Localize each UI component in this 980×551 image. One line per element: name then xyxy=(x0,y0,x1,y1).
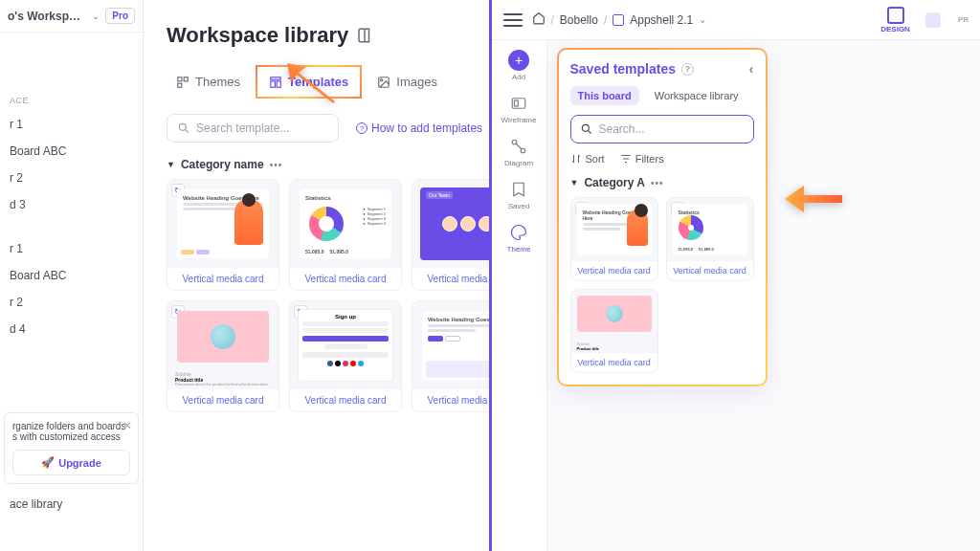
callout-arrow-icon xyxy=(785,182,842,224)
sort-label: Sort xyxy=(586,153,605,165)
card-label: Vertical media card xyxy=(571,353,657,372)
rail-wireframe[interactable]: Wireframe xyxy=(501,93,537,124)
nav-tree: ACE r 1 Board ABC r 2 d 3 r 1 Board ABC … xyxy=(0,33,143,342)
templates-icon xyxy=(269,76,282,89)
filter-icon xyxy=(620,153,632,165)
chevron-down-icon[interactable]: ⌄ xyxy=(699,14,706,25)
rail-saved[interactable]: Saved xyxy=(508,179,530,210)
svg-point-13 xyxy=(582,124,589,131)
card-label: Vertical media card xyxy=(290,389,401,411)
nav-item[interactable]: Board ABC xyxy=(0,138,143,165)
menu-icon[interactable] xyxy=(503,13,523,27)
breadcrumb-board[interactable]: Appshell 2.1 xyxy=(630,13,693,27)
wireframe-icon xyxy=(508,93,529,114)
nav-item[interactable]: r 2 xyxy=(0,289,143,316)
category-name: Category name xyxy=(181,158,264,171)
product-image xyxy=(177,311,269,363)
search-input[interactable]: Search template... xyxy=(167,114,339,143)
nav-item[interactable]: Board ABC xyxy=(0,262,143,289)
template-card[interactable]: Sign up Vertical media card xyxy=(289,300,402,412)
editor-topbar: / Bobello / Appshell 2.1 ⌄ DESIGN PR xyxy=(492,0,981,40)
search-placeholder: Search template... xyxy=(196,121,289,135)
design-icon xyxy=(887,7,904,24)
template-card[interactable]: Subtitle Product title Vertical media ca… xyxy=(570,289,658,373)
more-icon[interactable]: ••• xyxy=(270,160,283,170)
panel-search-input[interactable]: Search... xyxy=(570,115,754,143)
nav-section: ACE xyxy=(0,90,143,111)
upgrade-label: Upgrade xyxy=(58,457,101,469)
category-name: Category A xyxy=(584,176,645,189)
design-mode-button[interactable]: DESIGN xyxy=(880,7,910,33)
template-card[interactable]: Subtitle Product title Description about… xyxy=(167,300,279,412)
mini-title: Statistics xyxy=(305,195,386,201)
category-header[interactable]: ▼ Category name ••• xyxy=(167,158,489,171)
panel-title-text: Saved templates xyxy=(570,61,677,77)
rail-diagram[interactable]: Diagram xyxy=(504,136,533,167)
search-icon xyxy=(177,121,190,135)
back-icon[interactable]: ‹ xyxy=(749,61,754,77)
card-label: Vertical media card xyxy=(667,261,753,280)
rail-label: Theme xyxy=(507,245,531,253)
template-card[interactable]: Website Heading Goes Here Vertical media… xyxy=(167,179,279,291)
nav-item[interactable]: r 2 xyxy=(0,165,143,191)
svg-rect-2 xyxy=(178,83,182,87)
upgrade-button[interactable]: 🚀 Upgrade xyxy=(12,450,130,475)
panel-category-header[interactable]: ▼ Category A ••• xyxy=(570,176,754,189)
scope-tabs: This board Workspace library xyxy=(570,86,754,105)
nav-item[interactable]: d 3 xyxy=(0,191,143,218)
callout-arrow-icon xyxy=(287,63,345,105)
svg-rect-0 xyxy=(178,77,182,80)
library-main: Workspace library Themes Templates Image… xyxy=(144,0,489,412)
howto-label: How to add templates xyxy=(371,121,482,135)
promo-text: s with customized access xyxy=(12,431,130,442)
diagram-icon xyxy=(508,136,529,157)
promo-text: rganize folders and boards xyxy=(12,421,130,431)
scope-workspace-library[interactable]: Workspace library xyxy=(647,86,746,105)
rocket-icon: 🚀 xyxy=(41,456,55,469)
close-icon[interactable]: ✕ xyxy=(122,419,132,432)
upgrade-promo: ✕ rganize folders and boards s with cust… xyxy=(4,412,139,484)
help-icon[interactable]: ? xyxy=(681,63,694,76)
workspace-library-link[interactable]: ace library xyxy=(10,490,62,518)
search-icon xyxy=(580,122,593,136)
design-label: DESIGN xyxy=(880,25,910,33)
tool-rail: +Add Wireframe Diagram Saved Theme xyxy=(492,40,547,551)
avatars-preview: Our Team xyxy=(420,187,492,260)
rail-theme[interactable]: Theme xyxy=(507,222,531,253)
workspace-switcher[interactable]: o's Workspace ⌄ Pro xyxy=(0,0,143,33)
tab-images[interactable]: Images xyxy=(368,69,447,95)
home-icon[interactable] xyxy=(532,11,546,28)
svg-rect-10 xyxy=(514,100,518,106)
template-card[interactable]: Statistics Segment 1Segment 2 Segment 3S… xyxy=(289,179,402,291)
rail-label: Diagram xyxy=(504,159,533,167)
card-label: Vertical media card xyxy=(571,261,657,280)
saved-icon xyxy=(508,179,529,200)
donut-chart-icon xyxy=(679,215,703,240)
nav-item[interactable]: r 1 xyxy=(0,111,143,138)
more-icon[interactable]: ••• xyxy=(651,178,664,188)
svg-rect-3 xyxy=(271,77,281,78)
breadcrumb-workspace[interactable]: Bobello xyxy=(560,13,598,27)
nav-item[interactable]: d 4 xyxy=(0,316,143,342)
caret-down-icon: ▼ xyxy=(570,178,579,187)
template-card[interactable]: Website Heading Goes Here Vertical media… xyxy=(570,197,658,281)
rail-add[interactable]: +Add xyxy=(508,50,529,81)
svg-rect-4 xyxy=(271,80,276,86)
nav-item[interactable]: r 1 xyxy=(0,235,143,262)
filters-button[interactable]: Filters xyxy=(620,153,664,165)
template-card[interactable]: Website Heading Goes Here Vertical media… xyxy=(412,300,492,412)
rail-label: Saved xyxy=(508,202,530,210)
template-card[interactable]: Our Team Vertical media card xyxy=(412,179,492,291)
person-image xyxy=(234,199,263,245)
themes-icon xyxy=(176,76,189,89)
tab-themes[interactable]: Themes xyxy=(167,69,250,95)
scope-this-board[interactable]: This board xyxy=(570,86,639,105)
board-icon xyxy=(612,14,624,26)
sort-button[interactable]: Sort xyxy=(570,153,605,165)
rail-label: Add xyxy=(512,73,525,81)
card-label: Vertical media card xyxy=(167,268,278,290)
template-card[interactable]: Statistics 51,095.051,095.0 Vertical med… xyxy=(666,197,754,281)
chip-icon[interactable] xyxy=(925,12,941,28)
howto-link[interactable]: ? How to add templates xyxy=(356,121,482,135)
svg-point-7 xyxy=(381,78,383,80)
